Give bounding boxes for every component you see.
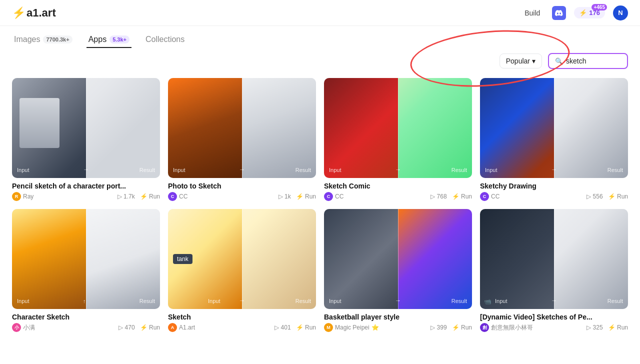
input-label: Input: [485, 167, 497, 173]
card-title: Sketch Comic: [324, 182, 472, 190]
result-label: Result: [608, 167, 623, 173]
view-count: ▷ 556: [586, 193, 602, 200]
card-image-right: [242, 78, 316, 178]
result-label: Result: [452, 167, 467, 173]
view-count: ▷ 1k: [278, 193, 291, 200]
card-stats: ▷ 470 ⚡ Run: [118, 324, 160, 331]
view-count: ▷ 768: [430, 193, 446, 200]
popular-select[interactable]: Popular ▾: [500, 54, 542, 68]
card-image: Input → Result: [324, 78, 472, 178]
arrow-icon: →: [551, 297, 557, 304]
result-label: Result: [140, 298, 155, 304]
card-stats: ▷ 768 ⚡ Run: [430, 193, 472, 200]
card-pencil-sketch[interactable]: Input → Result Pencil sketch of a charac…: [12, 78, 160, 201]
tab-collections[interactable]: Collections: [144, 32, 186, 48]
arrow-icon: →: [395, 166, 401, 173]
card-image-left: [480, 78, 554, 178]
card-image: Input → Result: [480, 78, 628, 178]
author-name: Ray: [23, 193, 34, 200]
card-divider: [86, 78, 86, 178]
run-button[interactable]: ⚡ Run: [296, 324, 316, 331]
author-avatar: R: [12, 192, 21, 201]
tab-images-label: Images: [14, 35, 40, 44]
card-title: Character Sketch: [12, 313, 160, 321]
result-label: Result: [608, 298, 623, 304]
card-author: 小 小满: [12, 323, 35, 332]
run-button[interactable]: ⚡ Run: [452, 324, 472, 331]
card-title: Sketchy Drawing: [480, 182, 628, 190]
cards-grid: Input → Result Pencil sketch of a charac…: [0, 74, 640, 336]
header-right: Build +465 ⚡ 176 N: [520, 6, 628, 20]
card-photo-sketch[interactable]: Input → Result Photo to Sketch C CC ▷ 1k…: [168, 78, 316, 201]
card-image-left: [168, 78, 242, 178]
card-image: Input → Result: [324, 209, 472, 309]
card-stats: ▷ 399 ⚡ Run: [430, 324, 472, 331]
card-author: A A1.art: [168, 323, 195, 332]
result-label: Result: [296, 298, 311, 304]
card-image-right: [86, 209, 160, 309]
author-avatar: 創: [480, 323, 489, 332]
run-button[interactable]: ⚡ Run: [140, 324, 160, 331]
plus-badge: +465: [592, 4, 607, 10]
logo[interactable]: ⚡ a1.art: [12, 6, 56, 20]
card-stats: ▷ 1.7k ⚡ Run: [118, 193, 160, 200]
tab-apps[interactable]: Apps 5.3k+: [86, 32, 132, 48]
run-button[interactable]: ⚡ Run: [608, 193, 628, 200]
header: ⚡ a1.art Build +465 ⚡ 176 N: [0, 0, 640, 26]
chevron-down-icon: ▾: [532, 57, 536, 65]
search-input[interactable]: [566, 57, 616, 65]
input-label: Input: [495, 298, 507, 304]
view-count: ▷ 470: [118, 324, 134, 331]
author-name: 小满: [23, 324, 35, 332]
card-sketch[interactable]: tank Input → Result Sketch A A1.art ▷ 40…: [168, 209, 316, 332]
card-image-right: [554, 209, 628, 309]
card-author: M Magic Peipei ⭐: [324, 323, 379, 332]
lightning-icon: ⚡: [579, 9, 587, 16]
card-basketball-player[interactable]: Input → Result Basketball player style M…: [324, 209, 472, 332]
card-image: Input ↑ Result: [12, 209, 160, 309]
view-count: ▷ 399: [430, 324, 446, 331]
logo-text: a1.art: [26, 6, 56, 20]
card-sketch-comic[interactable]: Input → Result Sketch Comic C CC ▷ 768 ⚡…: [324, 78, 472, 201]
card-image: Input → Result: [168, 78, 316, 178]
card-image-right: [554, 78, 628, 178]
run-button[interactable]: ⚡ Run: [140, 193, 160, 200]
card-stats: ▷ 556 ⚡ Run: [586, 193, 628, 200]
author-name: CC: [335, 193, 344, 200]
logo-icon: ⚡: [12, 6, 26, 20]
author-name: CC: [179, 193, 188, 200]
lightning-counter[interactable]: +465 ⚡ 176: [574, 7, 605, 18]
card-title: Photo to Sketch: [168, 182, 316, 190]
card-image-left: [12, 209, 86, 309]
run-button[interactable]: ⚡ Run: [452, 193, 472, 200]
input-label: Input: [173, 167, 185, 173]
tab-images[interactable]: Images 7700.3k+: [12, 32, 74, 48]
card-meta: C CC ▷ 768 ⚡ Run: [324, 192, 472, 201]
discord-icon[interactable]: [552, 6, 566, 20]
card-stats: ▷ 1k ⚡ Run: [278, 193, 316, 200]
card-character-sketch[interactable]: Input ↑ Result Character Sketch 小 小满 ▷ 4…: [12, 209, 160, 332]
input-label: Input: [17, 298, 29, 304]
card-dynamic-video-sketch[interactable]: 📹 Input → Result [Dynamic Video] Sketche…: [480, 209, 628, 332]
build-button[interactable]: Build: [520, 7, 544, 19]
search-box: 🔍: [548, 53, 628, 69]
card-stats: ▷ 401 ⚡ Run: [274, 324, 316, 331]
author-avatar: A: [168, 323, 177, 332]
run-button[interactable]: ⚡ Run: [296, 193, 316, 200]
result-label: Result: [140, 167, 155, 173]
input-label: Input: [329, 298, 341, 304]
card-divider: [398, 209, 398, 309]
card-meta: M Magic Peipei ⭐ ▷ 399 ⚡ Run: [324, 323, 472, 332]
user-avatar[interactable]: N: [613, 6, 628, 20]
card-author: C CC: [168, 192, 188, 201]
author-name: Magic Peipei: [335, 324, 370, 331]
card-image: 📹 Input → Result: [480, 209, 628, 309]
result-label: Result: [452, 298, 467, 304]
run-button[interactable]: ⚡ Run: [608, 324, 628, 331]
view-count: ▷ 325: [586, 324, 602, 331]
arrow-icon: →: [395, 297, 401, 304]
card-sketchy-drawing[interactable]: Input → Result Sketchy Drawing C CC ▷ 55…: [480, 78, 628, 201]
video-icon: 📹: [484, 298, 492, 305]
author-avatar: C: [480, 192, 489, 201]
input-label: Input: [17, 167, 29, 173]
